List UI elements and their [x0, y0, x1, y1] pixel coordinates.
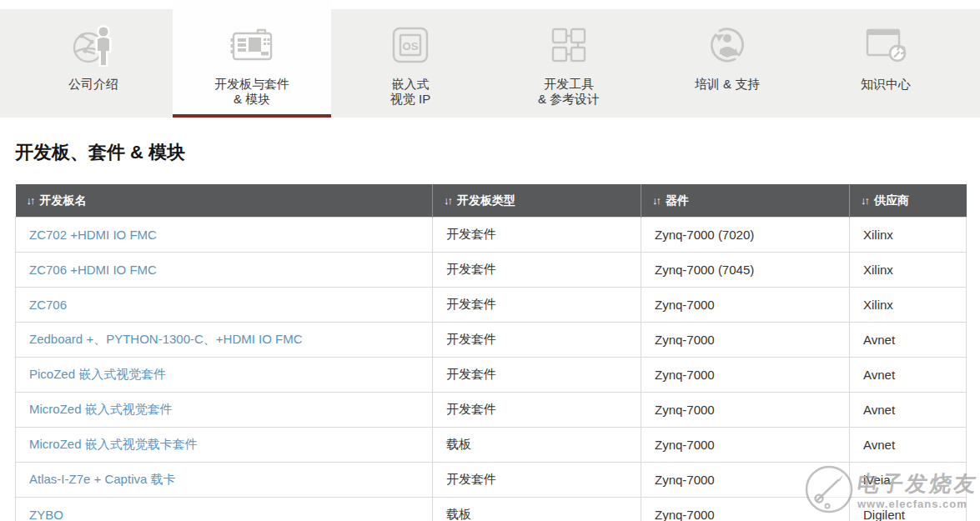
- board-link[interactable]: MicroZed 嵌入式视觉套件: [29, 402, 173, 416]
- tab-training-support[interactable]: 培训 & 支持: [648, 0, 807, 118]
- globe-person-icon: [72, 23, 115, 67]
- board-link[interactable]: ZYBO: [29, 508, 63, 521]
- board-name-cell: ZC706 +HDMI IO FMC: [16, 253, 433, 288]
- tab-dev-tools[interactable]: 开发工具 & 参考设计: [490, 0, 648, 118]
- device-cell: Zynq-7000: [641, 323, 850, 358]
- board-link[interactable]: Zedboard +、PYTHON-1300-C、+HDMI IO FMC: [29, 332, 303, 346]
- os-chip-icon: OS: [390, 23, 430, 67]
- svg-text:OS: OS: [403, 40, 419, 53]
- table-row: ZYBO 载板 Zynq-7000 Digilent: [16, 498, 967, 521]
- sort-icon: ↓↑: [444, 194, 451, 207]
- tab-dev-boards[interactable]: 开发板与套件 & 模块: [173, 0, 331, 118]
- table-row: ZC702 +HDMI IO FMC 开发套件 Zynq-7000 (7020)…: [16, 218, 967, 253]
- board-name-cell: ZC702 +HDMI IO FMC: [16, 218, 433, 253]
- vendor-cell: Avnet: [850, 428, 967, 463]
- board-name-cell: PicoZed 嵌入式视觉套件: [16, 358, 433, 393]
- ip-blocks-icon: [549, 23, 589, 67]
- table-row: MicroZed 嵌入式视觉套件 开发套件 Zynq-7000 Avnet: [16, 393, 967, 428]
- board-name-cell: MicroZed 嵌入式视觉套件: [16, 393, 433, 428]
- header-board-type[interactable]: ↓↑开发板类型: [433, 184, 641, 218]
- vendor-cell: Xilinx: [850, 253, 967, 288]
- board-type-cell: 开发套件: [433, 253, 641, 288]
- tab-label: 嵌入式 视觉 IP: [390, 77, 430, 107]
- device-cell: Zynq-7000: [641, 358, 850, 393]
- table-row: Zedboard +、PYTHON-1300-C、+HDMI IO FMC 开发…: [16, 323, 967, 358]
- table-row: MicroZed 嵌入式视觉载卡套件 载板 Zynq-7000 Avnet: [16, 428, 967, 463]
- knowledge-window-icon: [864, 23, 907, 67]
- board-type-cell: 载板: [433, 498, 641, 521]
- device-cell: Zynq-7000 (7020): [641, 218, 850, 253]
- table-header-row: ↓↑开发板名 ↓↑开发板类型 ↓↑器件 ↓↑供应商: [16, 184, 967, 218]
- board-name-cell: ZYBO: [16, 498, 433, 521]
- header-device[interactable]: ↓↑器件: [641, 184, 850, 218]
- board-type-cell: 开发套件: [433, 288, 641, 323]
- vendor-cell: Avnet: [850, 358, 967, 393]
- table-body: ZC702 +HDMI IO FMC 开发套件 Zynq-7000 (7020)…: [16, 218, 967, 521]
- board-type-cell: 开发套件: [433, 358, 641, 393]
- board-type-cell: 开发套件: [433, 323, 641, 358]
- tab-company-intro[interactable]: 公司介绍: [14, 0, 173, 118]
- table-row: ZC706 +HDMI IO FMC 开发套件 Zynq-7000 (7045)…: [16, 253, 967, 288]
- board-link[interactable]: MicroZed 嵌入式视觉载卡套件: [29, 437, 198, 451]
- vendor-cell: Digilent: [850, 498, 967, 521]
- table-row: ZC706 开发套件 Zynq-7000 Xilinx: [16, 288, 967, 323]
- sort-icon: ↓↑: [861, 194, 868, 207]
- tab-label: 知识中心: [861, 77, 911, 92]
- board-type-cell: 开发套件: [433, 393, 641, 428]
- board-type-cell: 载板: [433, 428, 641, 463]
- board-link[interactable]: PicoZed 嵌入式视觉套件: [29, 367, 166, 381]
- sort-icon: ↓↑: [27, 194, 34, 207]
- device-cell: Zynq-7000: [641, 498, 850, 521]
- tab-label: 开发工具 & 参考设计: [538, 77, 600, 107]
- board-type-cell: 开发套件: [433, 463, 641, 498]
- table-row: Atlas-I-Z7e + Captiva 载卡 开发套件 Zynq-7000 …: [16, 463, 967, 498]
- training-cycle-icon: [705, 23, 750, 67]
- tab-label: 开发板与套件 & 模块: [214, 77, 289, 107]
- vendor-cell: Avnet: [850, 323, 967, 358]
- vendor-cell: Xilinx: [850, 288, 967, 323]
- top-nav: 公司介绍: [0, 0, 980, 118]
- board-link[interactable]: ZC702 +HDMI IO FMC: [29, 228, 157, 242]
- board-type-cell: 开发套件: [433, 218, 641, 253]
- tab-label: 公司介绍: [68, 77, 118, 92]
- device-cell: Zynq-7000: [641, 288, 850, 323]
- board-name-cell: Atlas-I-Z7e + Captiva 载卡: [16, 463, 433, 498]
- board-name-cell: ZC706: [16, 288, 433, 323]
- dev-board-icon: [229, 23, 274, 67]
- tab-embedded-vision-ip[interactable]: OS 嵌入式 视觉 IP: [331, 0, 490, 118]
- board-link[interactable]: ZC706: [29, 298, 67, 312]
- boards-table: ↓↑开发板名 ↓↑开发板类型 ↓↑器件 ↓↑供应商 ZC702 +HDMI IO…: [15, 184, 967, 521]
- board-link[interactable]: ZC706 +HDMI IO FMC: [29, 263, 157, 277]
- board-name-cell: Zedboard +、PYTHON-1300-C、+HDMI IO FMC: [16, 323, 433, 358]
- device-cell: Zynq-7000: [641, 463, 850, 498]
- device-cell: Zynq-7000 (7045): [641, 253, 850, 288]
- page-title: 开发板、套件 & 模块: [15, 140, 965, 165]
- sort-icon: ↓↑: [652, 194, 660, 207]
- header-board-name[interactable]: ↓↑开发板名: [16, 184, 433, 218]
- device-cell: Zynq-7000: [641, 393, 850, 428]
- device-cell: Zynq-7000: [641, 428, 850, 463]
- nav-tabs: 公司介绍: [14, 0, 965, 118]
- table-row: PicoZed 嵌入式视觉套件 开发套件 Zynq-7000 Avnet: [16, 358, 967, 393]
- main-content: 开发板、套件 & 模块 ↓↑开发板名 ↓↑开发板类型 ↓↑器件 ↓↑供应商 ZC…: [0, 140, 980, 521]
- board-name-cell: MicroZed 嵌入式视觉载卡套件: [16, 428, 433, 463]
- board-link[interactable]: Atlas-I-Z7e + Captiva 载卡: [29, 472, 175, 486]
- header-vendor[interactable]: ↓↑供应商: [850, 184, 967, 218]
- tab-label: 培训 & 支持: [695, 77, 760, 92]
- vendor-cell: Avnet: [850, 393, 967, 428]
- vendor-cell: iVeia: [850, 463, 967, 498]
- vendor-cell: Xilinx: [850, 218, 967, 253]
- tab-knowledge-center[interactable]: 知识中心: [807, 0, 965, 118]
